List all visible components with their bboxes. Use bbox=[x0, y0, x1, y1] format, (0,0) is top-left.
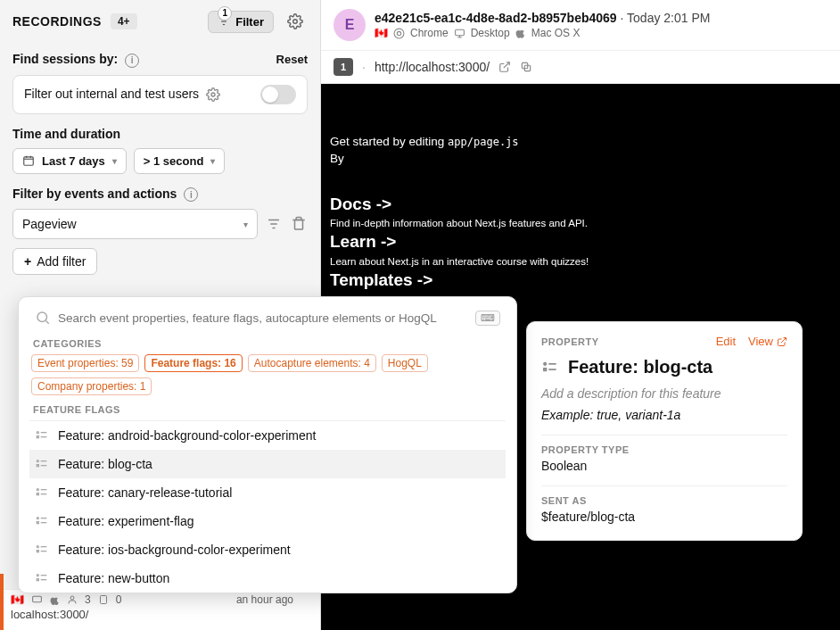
feature-flag-item[interactable]: Feature: android-background-color-experi… bbox=[29, 421, 506, 450]
copy-icon[interactable] bbox=[520, 61, 532, 73]
svg-rect-32 bbox=[37, 465, 38, 467]
reset-button[interactable]: Reset bbox=[276, 53, 308, 66]
playback-docs-heading: Docs -> bbox=[330, 193, 831, 217]
property-description-placeholder[interactable]: Add a description for this feature bbox=[541, 386, 787, 401]
category-chip-autocapture[interactable]: Autocapture elements: 4 bbox=[248, 354, 376, 372]
calendar-icon bbox=[22, 154, 35, 167]
gear-icon[interactable] bbox=[206, 87, 220, 102]
category-row: Event properties: 59 Feature flags: 16 A… bbox=[29, 354, 506, 395]
chevron-down-icon: ▾ bbox=[243, 220, 248, 229]
category-chip-feature-flags[interactable]: Feature flags: 16 bbox=[144, 354, 242, 372]
property-example: Example: true, variant-1a bbox=[541, 408, 787, 422]
feature-flags-heading: FEATURE FLAGS bbox=[33, 404, 502, 415]
playback-templates-heading: Templates -> bbox=[330, 269, 831, 293]
country-flag-icon: 🇨🇦 bbox=[11, 593, 24, 606]
playback-learn-sub: Learn about Next.js in an interactive co… bbox=[330, 254, 831, 269]
session-time: Today 2:01 PM bbox=[627, 11, 710, 25]
recording-relative-time: an hour ago bbox=[236, 593, 293, 606]
feature-flag-item[interactable]: Feature: blog-cta bbox=[29, 450, 506, 478]
feature-flag-item[interactable]: Feature: experiment-flag bbox=[29, 507, 506, 535]
browser-icon bbox=[393, 28, 405, 39]
view-link[interactable]: View bbox=[748, 335, 787, 348]
feature-flag-item[interactable]: Feature: canary-release-tutorial bbox=[29, 478, 506, 507]
info-icon[interactable]: i bbox=[125, 54, 139, 68]
property-detail-card: PROPERTY Edit View Feature: blog-cta Add… bbox=[526, 321, 803, 541]
recording-list-item[interactable]: 🇨🇦 3 0 an hour ago localhost:3000/ bbox=[0, 589, 321, 630]
svg-point-26 bbox=[37, 432, 38, 434]
external-link-icon[interactable] bbox=[498, 61, 511, 73]
event-select-label: Pageview bbox=[22, 217, 77, 231]
date-range-label: Last 7 days bbox=[42, 154, 105, 168]
svg-point-42 bbox=[37, 546, 38, 548]
property-type-value: Boolean bbox=[541, 459, 787, 473]
info-icon[interactable]: i bbox=[184, 187, 198, 202]
feature-flag-item[interactable]: Feature: new-button bbox=[29, 564, 506, 593]
filter-button[interactable]: 1 Filter bbox=[208, 11, 274, 33]
desktop-icon bbox=[454, 28, 465, 39]
svg-point-51 bbox=[544, 362, 547, 365]
svg-point-24 bbox=[37, 312, 47, 322]
session-url: http://localhost:3000/ bbox=[375, 60, 490, 74]
svg-point-38 bbox=[37, 518, 38, 519]
svg-point-46 bbox=[37, 575, 38, 576]
find-label: Find sessions by: bbox=[12, 52, 118, 66]
svg-rect-5 bbox=[24, 157, 34, 165]
event-select[interactable]: Pageview ▾ bbox=[12, 209, 258, 239]
events-section-title: Filter by events and actions bbox=[12, 187, 177, 201]
playback-docs-sub: Find in-depth information about Next.js … bbox=[330, 216, 831, 230]
svg-point-13 bbox=[394, 29, 404, 38]
avatar: E bbox=[334, 9, 366, 41]
edit-link[interactable]: Edit bbox=[716, 335, 736, 348]
playback-line-by: By bbox=[330, 151, 831, 168]
filter-button-label: Filter bbox=[235, 15, 264, 29]
add-filter-button[interactable]: + Add filter bbox=[12, 248, 97, 275]
feature-flag-item[interactable]: Feature: ios-background-color-experiment bbox=[29, 535, 506, 564]
url-index-badge: 1 bbox=[334, 58, 353, 76]
gear-icon bbox=[287, 13, 303, 29]
duration-select[interactable]: > 1 second ▾ bbox=[134, 148, 226, 174]
settings-button[interactable] bbox=[283, 9, 308, 34]
svg-rect-53 bbox=[544, 368, 547, 370]
keyboard-icon: ⌨ bbox=[475, 311, 500, 326]
svg-rect-44 bbox=[37, 551, 38, 552]
internal-users-row: Filter out internal and test users bbox=[12, 75, 308, 114]
svg-rect-28 bbox=[37, 436, 38, 438]
list-icon bbox=[35, 514, 49, 528]
apple-icon bbox=[515, 28, 526, 38]
recording-url: localhost:3000/ bbox=[11, 608, 311, 621]
playback-learn-heading: Learn -> bbox=[330, 230, 831, 254]
find-section: Find sessions by: i Reset Filter out int… bbox=[0, 43, 320, 284]
category-chip-company[interactable]: Company properties: 1 bbox=[31, 377, 152, 395]
date-range-select[interactable]: Last 7 days ▾ bbox=[12, 148, 127, 174]
category-chip-hogql[interactable]: HogQL bbox=[382, 354, 428, 372]
sent-as-value: $feature/blog-cta bbox=[541, 510, 787, 524]
internal-users-toggle[interactable] bbox=[260, 85, 296, 104]
list-icon bbox=[541, 359, 559, 377]
categories-heading: CATEGORIES bbox=[33, 338, 502, 349]
trash-icon[interactable] bbox=[290, 215, 308, 233]
feature-flag-label: Feature: android-background-color-experi… bbox=[58, 428, 316, 443]
feature-flag-label: Feature: blog-cta bbox=[58, 457, 152, 471]
property-search-popover: ⌨ CATEGORIES Event properties: 59 Featur… bbox=[18, 296, 517, 593]
external-link-icon bbox=[777, 336, 787, 347]
chevron-down-icon: ▾ bbox=[112, 156, 117, 166]
sidebar-title: RECORDINGS bbox=[12, 14, 102, 29]
svg-line-25 bbox=[45, 320, 48, 323]
property-search-input[interactable] bbox=[58, 311, 468, 325]
feature-flag-label: Feature: ios-background-color-experiment bbox=[58, 543, 291, 557]
svg-point-14 bbox=[397, 31, 400, 35]
time-section-title: Time and duration bbox=[12, 127, 308, 141]
recordings-count-badge: 4+ bbox=[111, 13, 137, 29]
filter-count-badge: 1 bbox=[218, 6, 232, 21]
feature-flag-label: Feature: new-button bbox=[58, 571, 169, 585]
svg-point-3 bbox=[293, 20, 298, 24]
browser-label: Chrome bbox=[410, 27, 449, 39]
sidebar-header: RECORDINGS 4+ 1 Filter bbox=[0, 0, 320, 43]
feature-flag-list[interactable]: Feature: android-background-color-experi… bbox=[29, 420, 506, 593]
svg-point-34 bbox=[37, 489, 38, 491]
session-header: E e42e21c5-ea1c-4d8e-8ad2-b8957beb4069 ·… bbox=[321, 0, 840, 51]
list-icon bbox=[35, 571, 49, 585]
svg-rect-12 bbox=[295, 220, 303, 230]
category-chip-event-properties[interactable]: Event properties: 59 bbox=[31, 354, 139, 372]
filter-lines-icon[interactable] bbox=[265, 215, 283, 233]
